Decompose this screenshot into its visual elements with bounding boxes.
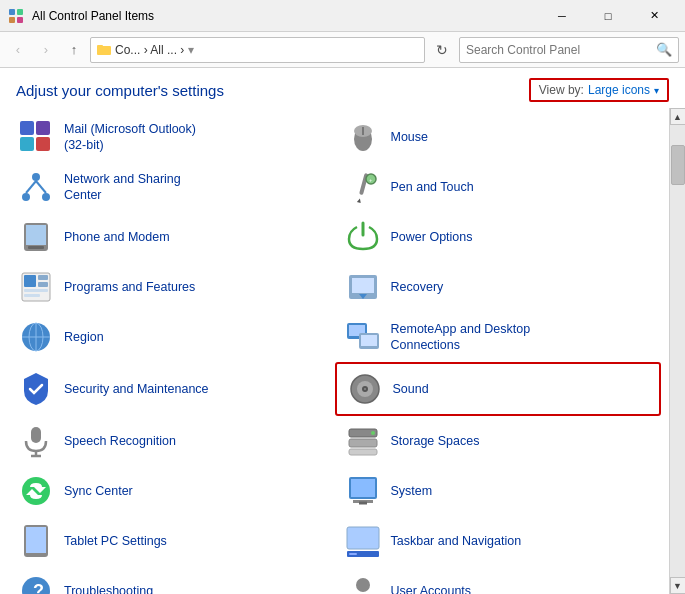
search-box[interactable]: 🔍	[459, 37, 679, 63]
window-controls: ─ □ ✕	[539, 0, 677, 32]
remoteapp-icon	[345, 319, 381, 355]
svg-rect-58	[26, 527, 46, 553]
user-icon	[345, 573, 381, 594]
scroll-thumb[interactable]	[671, 145, 685, 185]
item-label-storage: Storage Spaces	[391, 433, 480, 449]
item-label-system: System	[391, 483, 433, 499]
view-by-label: View by:	[539, 83, 584, 97]
mail-icon	[18, 119, 54, 155]
item-label-remoteapp: RemoteApp and Desktop Connections	[391, 321, 531, 354]
control-item-mail[interactable]: Mail (Microsoft Outlook) (32-bit)	[8, 112, 335, 162]
view-by-value[interactable]: Large icons	[588, 83, 650, 97]
mouse-icon	[345, 119, 381, 155]
item-label-mail: Mail (Microsoft Outlook) (32-bit)	[64, 121, 196, 154]
svg-rect-49	[349, 439, 377, 447]
svg-line-17	[36, 181, 46, 193]
address-chevron: ▾	[188, 43, 194, 57]
svg-rect-45	[31, 427, 41, 443]
svg-rect-30	[24, 294, 40, 297]
control-item-power[interactable]: Power Options	[335, 212, 662, 262]
items-grid: Mail (Microsoft Outlook) (32-bit)MouseNe…	[0, 108, 669, 594]
view-by-control[interactable]: View by: Large icons ▾	[529, 78, 669, 102]
address-box[interactable]: Co... › All ... › ▾	[90, 37, 425, 63]
control-item-network[interactable]: Network and Sharing Center	[8, 162, 335, 212]
item-label-mouse: Mouse	[391, 129, 429, 145]
search-input[interactable]	[466, 43, 656, 57]
control-item-troubleshoot[interactable]: ?Troubleshooting	[8, 566, 335, 594]
scroll-track[interactable]	[670, 125, 685, 577]
item-label-troubleshoot: Troubleshooting	[64, 583, 153, 594]
item-label-user-accounts: User Accounts	[391, 583, 472, 594]
svg-rect-26	[24, 275, 36, 287]
svg-rect-50	[349, 449, 377, 455]
main-content: Adjust your computer's settings View by:…	[0, 68, 685, 594]
svg-point-14	[22, 193, 30, 201]
control-item-speech[interactable]: Speech Recognition	[8, 416, 335, 466]
control-item-recovery[interactable]: Recovery	[335, 262, 662, 312]
scroll-up-button[interactable]: ▲	[670, 108, 686, 125]
svg-rect-24	[28, 246, 44, 249]
svg-rect-5	[97, 45, 103, 48]
network-icon	[18, 169, 54, 205]
control-item-security[interactable]: Security and Maintenance	[8, 362, 335, 416]
control-item-region[interactable]: Region	[8, 312, 335, 362]
folder-icon	[97, 43, 111, 57]
svg-rect-62	[349, 553, 357, 555]
back-button[interactable]: ‹	[6, 38, 30, 62]
svg-rect-28	[38, 282, 48, 287]
svg-rect-27	[38, 275, 48, 280]
recovery-icon	[345, 269, 381, 305]
svg-text:?: ?	[33, 581, 44, 594]
refresh-button[interactable]: ↻	[429, 37, 455, 63]
control-item-user-accounts[interactable]: User Accounts	[335, 566, 662, 594]
item-label-programs: Programs and Features	[64, 279, 195, 295]
pen-icon: +	[345, 169, 381, 205]
control-item-mouse[interactable]: Mouse	[335, 112, 662, 162]
content-header: Adjust your computer's settings View by:…	[0, 68, 685, 108]
control-item-programs[interactable]: Programs and Features	[8, 262, 335, 312]
close-button[interactable]: ✕	[631, 0, 677, 32]
maximize-button[interactable]: □	[585, 0, 631, 32]
item-label-tablet: Tablet PC Settings	[64, 533, 167, 549]
minimize-button[interactable]: ─	[539, 0, 585, 32]
control-item-sync[interactable]: Sync Center	[8, 466, 335, 516]
app-icon	[8, 8, 24, 24]
up-button[interactable]: ↑	[62, 38, 86, 62]
svg-rect-32	[352, 278, 374, 293]
control-item-remoteapp[interactable]: RemoteApp and Desktop Connections	[335, 312, 662, 362]
storage-icon	[345, 423, 381, 459]
svg-rect-3	[17, 17, 23, 23]
chevron-down-icon: ▾	[654, 85, 659, 96]
control-item-tablet[interactable]: Tablet PC Settings	[8, 516, 335, 566]
item-label-sync: Sync Center	[64, 483, 133, 499]
control-item-sound[interactable]: Sound	[335, 362, 662, 416]
svg-rect-1	[17, 9, 23, 15]
svg-rect-6	[20, 121, 34, 135]
control-item-taskbar[interactable]: Taskbar and Navigation	[335, 516, 662, 566]
item-label-pen-touch: Pen and Touch	[391, 179, 474, 195]
item-label-network: Network and Sharing Center	[64, 171, 181, 204]
svg-rect-9	[36, 137, 50, 151]
title-bar: All Control Panel Items ─ □ ✕	[0, 0, 685, 32]
item-label-recovery: Recovery	[391, 279, 444, 295]
content-body: Mail (Microsoft Outlook) (32-bit)MouseNe…	[0, 108, 685, 594]
svg-rect-7	[36, 121, 50, 135]
svg-point-65	[356, 578, 370, 592]
control-item-storage[interactable]: Storage Spaces	[335, 416, 662, 466]
scroll-down-button[interactable]: ▼	[670, 577, 686, 594]
security-icon	[18, 371, 54, 407]
control-item-system[interactable]: System	[335, 466, 662, 516]
item-label-sound: Sound	[393, 381, 429, 397]
svg-point-51	[371, 431, 375, 435]
item-label-phone-modem: Phone and Modem	[64, 229, 170, 245]
forward-button[interactable]: ›	[34, 38, 58, 62]
item-label-speech: Speech Recognition	[64, 433, 176, 449]
scrollbar: ▲ ▼	[669, 108, 685, 594]
item-label-region: Region	[64, 329, 104, 345]
control-item-pen-touch[interactable]: +Pen and Touch	[335, 162, 662, 212]
programs-icon	[18, 269, 54, 305]
item-label-security: Security and Maintenance	[64, 381, 209, 397]
svg-rect-60	[347, 527, 379, 549]
control-item-phone-modem[interactable]: Phone and Modem	[8, 212, 335, 262]
region-icon	[18, 319, 54, 355]
